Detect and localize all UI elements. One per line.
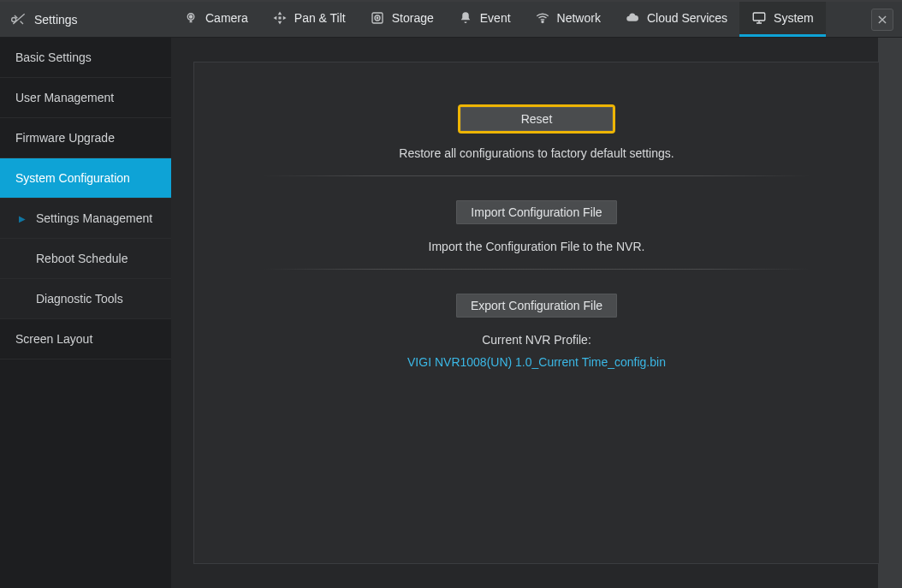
settings-panel: Reset Restore all configurations to fact… (193, 62, 880, 564)
sidebar-item-label: Firmware Upgrade (15, 131, 115, 145)
sidebar-item-system-configuration[interactable]: System Configuration (0, 158, 171, 199)
settings-icon (10, 11, 27, 28)
top-tabs: Camera Pan & Tilt Storage (171, 2, 902, 37)
tab-label: System (774, 11, 814, 25)
storage-icon (370, 10, 385, 26)
sidebar-sub-settings-management[interactable]: ▶ Settings Management (0, 199, 171, 239)
import-button[interactable]: Import Configuration File (456, 200, 617, 224)
sidebar-item-label: User Management (15, 91, 114, 104)
tab-cloud-services[interactable]: Cloud Services (613, 2, 739, 37)
chevron-right-icon: ▶ (15, 214, 29, 223)
import-description: Import the Configuration File to the NVR… (429, 240, 645, 253)
main-area: Basic Settings User Management Firmware … (0, 38, 902, 588)
tab-pan-tilt[interactable]: Pan & Tilt (260, 2, 358, 37)
sidebar: Basic Settings User Management Firmware … (0, 38, 171, 588)
import-section: Import Configuration File Import the Con… (194, 176, 879, 269)
export-description: Current NVR Profile: (482, 333, 591, 347)
tab-system[interactable]: System (739, 2, 826, 37)
sidebar-item-label: Basic Settings (15, 50, 92, 64)
svg-marker-2 (278, 12, 282, 15)
svg-marker-3 (278, 21, 282, 25)
sidebar-sub-label: Reboot Schedule (36, 252, 128, 265)
tab-storage[interactable]: Storage (358, 2, 446, 37)
svg-marker-5 (283, 16, 287, 21)
tab-camera[interactable]: Camera (171, 2, 260, 37)
tab-label: Camera (205, 11, 248, 25)
export-filename[interactable]: VIGI NVR1008(UN) 1.0_Current Time_config… (407, 355, 666, 369)
settings-brand: Settings (0, 2, 171, 37)
sidebar-item-label: System Configuration (15, 171, 130, 185)
sidebar-sub-diagnostic-tools[interactable]: Diagnostic Tools (0, 279, 171, 319)
tab-label: Pan & Tilt (294, 11, 346, 25)
svg-point-9 (377, 17, 378, 19)
camera-icon (183, 10, 199, 26)
sidebar-item-basic-settings[interactable]: Basic Settings (0, 38, 171, 78)
svg-rect-11 (753, 13, 765, 21)
sidebar-sub-label: Settings Management (36, 211, 152, 225)
button-label: Reset (521, 112, 553, 126)
settings-title: Settings (34, 13, 78, 27)
tab-label: Cloud Services (647, 11, 727, 25)
tab-network[interactable]: Network (523, 2, 613, 37)
topbar: Settings Camera Pan & Tilt (0, 0, 902, 38)
svg-marker-4 (273, 16, 276, 21)
tab-event[interactable]: Event (446, 2, 523, 37)
svg-point-10 (542, 21, 543, 22)
reset-button[interactable]: Reset (460, 107, 613, 131)
sidebar-item-label: Screen Layout (15, 332, 92, 346)
right-strip (878, 38, 902, 588)
content-area: Reset Restore all configurations to fact… (171, 38, 902, 588)
pan-tilt-icon (272, 10, 288, 26)
button-label: Import Configuration File (471, 205, 602, 219)
bell-icon (458, 10, 473, 26)
sidebar-item-user-management[interactable]: User Management (0, 78, 171, 118)
tab-label: Network (557, 11, 601, 25)
sidebar-item-screen-layout[interactable]: Screen Layout (0, 319, 171, 359)
export-button[interactable]: Export Configuration File (456, 294, 617, 318)
cloud-icon (625, 10, 640, 26)
button-label: Export Configuration File (471, 299, 602, 312)
svg-point-1 (190, 15, 193, 18)
reset-section: Reset Restore all configurations to fact… (194, 62, 879, 175)
sidebar-sub-reboot-schedule[interactable]: Reboot Schedule (0, 239, 171, 279)
svg-rect-6 (278, 17, 281, 20)
system-icon (751, 10, 767, 26)
reset-description: Restore all configurations to factory de… (399, 146, 674, 160)
sidebar-sub-label: Diagnostic Tools (36, 292, 123, 306)
tab-label: Storage (392, 11, 434, 25)
tab-label: Event (480, 11, 511, 25)
sidebar-item-firmware-upgrade[interactable]: Firmware Upgrade (0, 118, 171, 158)
wifi-icon (535, 10, 550, 26)
export-section: Export Configuration File Current NVR Pr… (194, 270, 879, 384)
close-button[interactable] (871, 9, 893, 31)
